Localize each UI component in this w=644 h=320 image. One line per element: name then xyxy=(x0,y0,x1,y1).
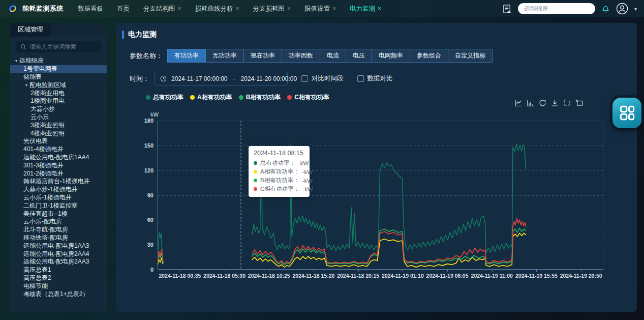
tree-item[interactable]: 云小乐-配电房 xyxy=(10,218,107,226)
param-button-2[interactable]: 无功功率 xyxy=(205,49,244,63)
tree-item[interactable]: ▾远能锦座 xyxy=(10,57,107,65)
nav-tab-1[interactable]: 数据看板 xyxy=(78,5,103,13)
tree-item[interactable]: 高压总表2 xyxy=(10,274,107,282)
tooltip-series-dot xyxy=(254,161,257,165)
widgets-fab-button[interactable] xyxy=(612,98,641,128)
legend-item[interactable]: A相有功功率 xyxy=(190,93,232,102)
close-tab-icon[interactable]: × xyxy=(236,6,239,12)
checkbox-1[interactable] xyxy=(301,75,308,82)
legend-item[interactable]: 总有功功率 xyxy=(146,93,183,102)
param-button-6[interactable]: 电压 xyxy=(346,49,372,63)
restore-icon[interactable] xyxy=(539,99,546,107)
date-range-picker[interactable]: 2024-11-17 00:00:00 - 2024-11-20 00:00:0… xyxy=(155,72,288,85)
nav-tab-4[interactable]: 损耗曲线分析× xyxy=(195,5,239,13)
tree-item[interactable]: 401-4楼强电井 xyxy=(10,146,107,154)
param-button-8[interactable]: 参数组合 xyxy=(410,49,448,63)
legend-item[interactable]: C相有功功率 xyxy=(287,93,329,102)
power-chart[interactable]: kW 0306090120150180 2024-11-18 08:15 总有功… xyxy=(158,121,603,270)
checkbox-2[interactable] xyxy=(357,75,364,82)
nav-tab-7[interactable]: 电力监测× xyxy=(350,5,381,13)
tree-item[interactable]: ▾配电监测区域 xyxy=(10,81,107,89)
tree-item-label: 配电监测区域 xyxy=(29,81,66,90)
tree-item[interactable]: 移动铁塔-配电房 xyxy=(10,234,107,242)
close-tab-icon[interactable]: × xyxy=(287,6,291,12)
close-tab-icon[interactable]: × xyxy=(332,6,336,12)
nav-tab-5[interactable]: 分支损耗图× xyxy=(253,5,291,13)
tree-item[interactable]: 远能公用电-配电房2AA3 xyxy=(10,258,107,266)
param-button-7[interactable]: 电网频率 xyxy=(372,49,410,63)
sidebar-search-input[interactable] xyxy=(29,44,97,50)
tree-item-label: 远能公用电-配电房1AA3 xyxy=(23,242,89,250)
tree-item[interactable]: 云小乐 xyxy=(10,113,107,122)
close-tab-icon[interactable]: × xyxy=(178,6,181,12)
top-search-input[interactable] xyxy=(524,5,589,12)
tree-item[interactable]: 远能公用电-配电房1AA3 xyxy=(10,242,107,250)
chart-plot[interactable] xyxy=(158,121,603,272)
tree-item-label: 高压总表1 xyxy=(23,266,51,274)
zoom-select-icon[interactable] xyxy=(563,99,571,107)
param-button-9[interactable]: 自定义指标 xyxy=(448,49,493,63)
tree-item[interactable]: 1号变电网表 xyxy=(10,65,107,73)
close-tab-icon[interactable]: × xyxy=(378,6,381,12)
tree-item[interactable]: 云小乐-1楼强电井 xyxy=(10,194,107,202)
sidebar-search xyxy=(16,41,101,52)
tree-item[interactable]: 3楼商业照明 xyxy=(10,121,107,129)
tree-item-label: 401-4楼强电井 xyxy=(23,145,64,154)
user-menu-caret-icon[interactable]: ▾ xyxy=(634,6,637,12)
caret-down-icon[interactable]: ▾ xyxy=(23,83,29,88)
tree-item[interactable]: 电梯节能 xyxy=(10,282,107,290)
tree-item[interactable]: 大蒜小炒 xyxy=(10,105,107,113)
sidebar-header: 区域管理 xyxy=(10,23,107,37)
tree-item[interactable]: 翰林酒店前台-1楼强电井 xyxy=(10,178,107,186)
caret-down-icon[interactable]: ▾ xyxy=(13,59,19,63)
tree-item[interactable]: 301-3楼强电井 xyxy=(10,161,107,169)
search-icon xyxy=(20,44,26,50)
parameter-button-group: 有功功率无功功率视在功率功率因数电流电压电网频率参数组合自定义指标 xyxy=(168,49,493,63)
nav-tab-3[interactable]: 分支结构图× xyxy=(143,5,181,13)
x-tick-label: 2024-11-19 20:50 xyxy=(557,273,605,279)
checkbox-group-1[interactable]: 对比时间段 xyxy=(301,74,344,83)
x-tick-label: 2024-11-18 10:25 xyxy=(244,273,293,279)
tree-item[interactable]: 远能公用电-配电房1AA4 xyxy=(10,154,107,162)
tree-item[interactable]: 201-2楼强电井 xyxy=(10,169,107,178)
nav-tab-label: 限值设置 xyxy=(304,5,330,13)
tree-item-label: 电梯节能 xyxy=(23,282,48,290)
tree-item[interactable]: 美佳宜超市--1楼 xyxy=(10,210,107,218)
nav-tab-2[interactable]: 首页 xyxy=(117,5,130,13)
tree-item[interactable]: 2楼商业用电 xyxy=(10,89,107,97)
tree-item[interactable]: 二机门卫-1楼监控室 xyxy=(10,201,107,210)
tree-item-label: 大蒜小炒-1楼强电井 xyxy=(23,185,78,194)
nav-tab-label: 分支损耗图 xyxy=(253,5,285,13)
tree-item[interactable]: 大蒜小炒-1楼强电井 xyxy=(10,186,107,194)
download-icon[interactable] xyxy=(551,99,559,107)
param-button-5[interactable]: 电流 xyxy=(320,49,346,63)
report-icon[interactable] xyxy=(502,4,512,14)
param-button-4[interactable]: 功率因数 xyxy=(282,49,320,63)
tree-item[interactable]: 光伏电表 xyxy=(10,137,107,146)
y-tick-label: 120 xyxy=(144,167,154,173)
avatar-icon[interactable] xyxy=(616,3,628,15)
tree-item-label: 远能公用电-配电房1AA4 xyxy=(23,153,89,162)
param-button-3[interactable]: 视在功率 xyxy=(243,49,282,63)
chart-toolbar xyxy=(514,99,583,107)
checkbox-group-2[interactable]: 数据对比 xyxy=(357,74,393,83)
bar-chart-icon[interactable] xyxy=(527,99,534,107)
chart-legend: 总有功功率A相有功功率B相有功功率C相有功功率 xyxy=(146,93,329,102)
bell-icon[interactable] xyxy=(601,5,610,13)
tree-item-label: 3楼商业照明 xyxy=(30,121,65,130)
tree-item[interactable]: 高压总表1 xyxy=(10,266,107,274)
tree-item[interactable]: 考核表（总表1+总表2） xyxy=(10,290,107,298)
legend-item[interactable]: B相有功功率 xyxy=(239,93,281,102)
zoom-reset-icon[interactable] xyxy=(575,99,583,107)
tree-item[interactable]: 远能公用电-配电房2AA4 xyxy=(10,250,107,258)
tab-area-management[interactable]: 区域管理 xyxy=(10,23,51,37)
line-chart-icon[interactable] xyxy=(514,99,522,107)
param-button-1[interactable]: 有功功率 xyxy=(167,49,206,63)
tree-item[interactable]: 1楼商业用电 xyxy=(10,97,107,105)
nav-tab-6[interactable]: 限值设置× xyxy=(304,5,336,13)
compare-options: 对比时间段数据对比 xyxy=(288,74,393,83)
tree-item[interactable]: 北斗导航-配电房 xyxy=(10,226,107,234)
tree-item[interactable]: 储能表 xyxy=(10,73,107,81)
tree-item-label: 大蒜小炒 xyxy=(30,105,55,113)
tree-item[interactable]: 4楼商业照明 xyxy=(10,129,107,137)
